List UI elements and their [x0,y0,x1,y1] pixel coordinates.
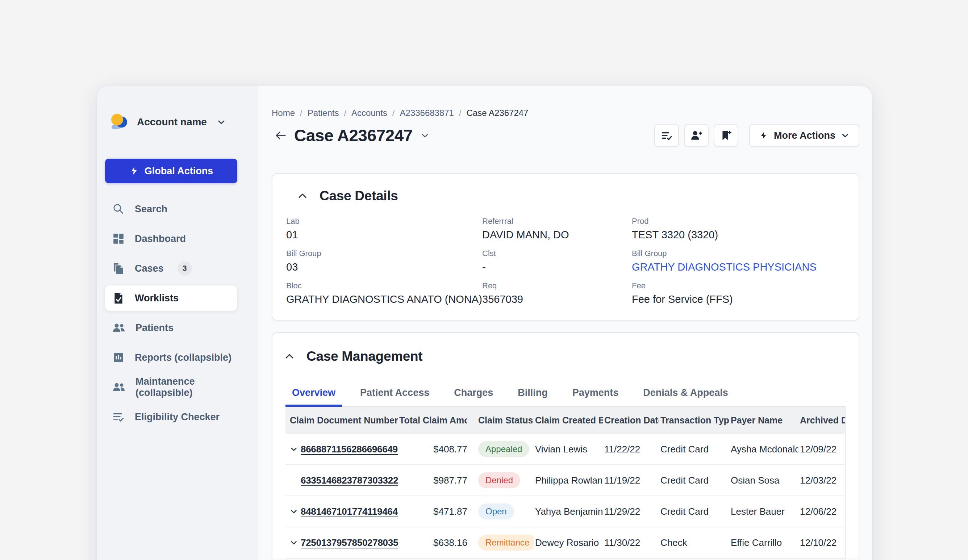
field-value: TEST 3320 (3320) [632,229,845,241]
column-header-claim-status: Claim Status [467,415,534,426]
creation-date: 11/19/22 [603,475,659,486]
sidebar-item-label: Dashboard [135,233,186,245]
field-value: 01 [286,229,482,241]
claim-created-by: Philippa Rowland [534,475,603,486]
breadcrumb-accounts[interactable]: Accounts [351,108,387,118]
column-header-archived-date: Archived Date [799,415,845,426]
field-label: Bloc [286,281,482,290]
sidebar: Account name Global Actions Search [97,86,258,560]
bookmark-add-button[interactable] [714,124,738,147]
sidebar-item-search[interactable]: Search [105,194,237,224]
worklists-icon [112,292,124,304]
account-logo [109,112,129,132]
row-expand-chevron-icon[interactable] [290,445,298,453]
tab-patient-access[interactable]: Patient Access [353,382,436,407]
total-claim-amount: $987.77 [398,475,467,486]
archived-date: 12/06/22 [799,506,845,517]
collapse-chevron-up-icon[interactable] [296,191,309,201]
claim-created-by: Dewey Rosario [534,537,603,548]
list-check-icon [112,411,124,423]
field-value: 03 [286,261,482,273]
global-actions-button[interactable]: Global Actions [105,159,237,183]
breadcrumb-account-id[interactable]: A2336683871 [399,108,454,118]
account-switcher[interactable]: Account name [105,112,258,132]
field-label: Prod [632,217,845,226]
field-clst: Clst - [482,249,632,273]
table-row: 72501379578502780356 $638.16 Remittance … [285,527,845,558]
field-value: DAVID MANN, DO [482,229,632,241]
column-header-payer-name: Payer Name [729,415,799,426]
case-management-card: Case Management Overview Patient Access … [272,332,859,558]
sidebar-item-label: Search [135,204,167,215]
row-expand-chevron-icon[interactable] [290,538,298,547]
payer-name: Lester Bauer [729,506,799,517]
account-name: Account name [137,116,207,128]
title-chevron-down-icon[interactable] [421,131,429,140]
field-label: Bill Group [632,249,845,258]
claim-document-number-link[interactable]: 72501379578502780356 [301,537,398,548]
list-check-action-button[interactable] [654,124,679,147]
main-content: Home / Patients / Accounts / A2336683871… [258,86,872,560]
tab-charges[interactable]: Charges [448,382,500,407]
field-label: Req [482,281,632,290]
tab-billing[interactable]: Billing [511,382,554,407]
total-claim-amount: $638.16 [398,537,467,548]
claim-created-by: Vivian Lewis [534,444,603,455]
transaction-type: Credit Card [659,506,729,517]
row-expand-chevron-icon[interactable] [290,507,298,515]
maintenance-icon [112,381,125,393]
sidebar-item-maintenance[interactable]: Maintanence (collapsible) [105,372,237,402]
search-icon [112,203,124,215]
sidebar-item-worklists[interactable]: Worklists [105,285,237,311]
breadcrumb-home[interactable]: Home [272,108,295,118]
field-value: Fee for Service (FFS) [632,293,845,305]
creation-date: 11/29/22 [603,506,659,517]
sidebar-item-label: Patients [136,322,174,334]
claim-document-number-link[interactable]: 84814671017741194641 [301,506,398,517]
payer-name: Effie Carrillo [729,537,799,548]
total-claim-amount: $471.87 [398,506,467,517]
tab-overview[interactable]: Overview [285,382,342,407]
sidebar-item-eligibility-checker[interactable]: Eligibility Checker [105,402,237,432]
breadcrumb-separator: / [392,108,395,118]
total-claim-amount: $408.77 [398,444,467,455]
breadcrumb-separator: / [344,108,346,118]
more-actions-button[interactable]: More Actions [749,124,859,147]
claims-table: Claim Document Number Total Claim Amount… [285,407,845,558]
more-actions-label: More Actions [774,130,835,141]
page-actions: More Actions [654,124,859,147]
cases-count-badge: 3 [177,261,192,276]
claim-document-number-link[interactable]: 86688711562866966494 [301,444,398,455]
back-button[interactable] [272,128,289,143]
status-badge: Appealed [478,441,529,457]
case-details-header: Case Details [285,188,845,204]
claim-document-number-link[interactable]: 63351468237873033223 [301,475,398,486]
column-header-transaction-type: Transaction Type [659,415,729,426]
status-badge: Open [478,504,514,519]
table-row: 63351468237873033223 $987.77 Denied Phil… [285,465,845,496]
transaction-type: Credit Card [659,444,729,455]
tab-denials-appeals[interactable]: Denials & Appeals [636,382,735,407]
sidebar-item-patients[interactable]: Patients [105,313,237,343]
sidebar-item-cases[interactable]: Cases 3 [105,253,237,283]
sidebar-item-dashboard[interactable]: Dashboard [105,224,237,253]
field-prod: Prod TEST 3320 (3320) [632,217,845,241]
breadcrumb-patients[interactable]: Patients [308,108,339,118]
table-row: 86688711562866966494 $408.77 Appealed Vi… [285,434,845,465]
field-label: Lab [286,217,482,226]
tab-payments[interactable]: Payments [566,382,625,407]
lightning-icon [129,166,139,176]
field-label: Fee [632,281,845,290]
table-row: 84814671017741194641 $471.87 Open Yahya … [285,496,845,527]
add-person-button[interactable] [684,124,709,147]
status-badge: Denied [478,472,520,488]
field-value: GRATHY DIAGNOSTICS ANATO (NONA) [286,293,482,305]
bill-group-link[interactable]: GRATHY DIAGNOSTICS PHYSICIANS [632,261,845,273]
sidebar-nav: Search Dashboard Cases 3 Worklists [105,194,258,432]
collapse-chevron-up-icon[interactable] [283,351,296,361]
sidebar-item-reports[interactable]: Reports (collapsible) [105,343,237,372]
field-value: 3567039 [482,293,632,305]
field-label: Referrral [482,217,632,226]
field-req: Req 3567039 [482,281,632,305]
lightning-icon [759,131,768,140]
